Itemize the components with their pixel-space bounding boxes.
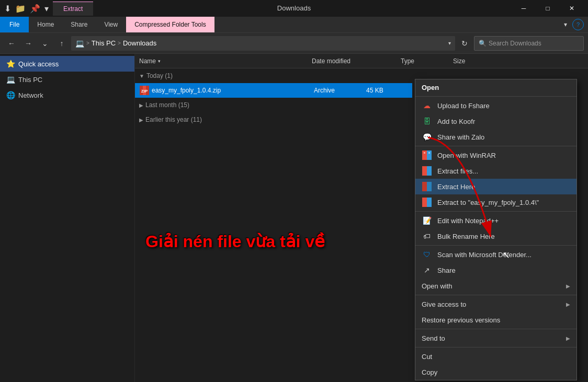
breadcrumb-downloads[interactable]: Downloads [123,39,156,47]
cm-cut[interactable]: Cut [415,349,576,364]
folder-icon[interactable]: 📁 [15,4,26,14]
breadcrumb-sep2: > [118,40,121,46]
breadcrumb-thispc-label[interactable]: This PC [92,39,116,47]
cm-extract-to[interactable]: Extract to "easy_my_fpoly_1.0.4\" [415,194,576,210]
cm-copy[interactable]: Copy [415,364,576,380]
cm-restore-versions[interactable]: Restore previous versions [415,312,576,328]
cm-bulk-rename[interactable]: 🏷 Bulk Rename Here [415,228,576,244]
cm-send-to[interactable]: Send to ▶ [415,330,576,346]
col-header-date[interactable]: Date modified [308,54,397,68]
tab-file[interactable]: File [0,17,29,32]
rename-icon: 🏷 [422,231,432,241]
fshare-icon: ☁ [422,100,432,111]
table-row[interactable]: ZIP easy_my_fpoly_1.0.4.zip Archive 45 K… [135,83,412,98]
send-to-arrow: ▶ [566,335,570,341]
recent-locations-button[interactable]: ⌄ [38,36,52,51]
extract-files-icon [422,166,432,176]
breadcrumb-sep1: > [86,40,89,46]
open-with-arrow: ▶ [566,283,570,289]
tab-extract[interactable]: Extract [53,2,93,16]
forward-button[interactable]: → [21,36,36,51]
ribbon-tabs: File Home Share View Compressed Folder T… [0,17,588,32]
window-controls: ─ □ ✕ [512,0,584,17]
cm-scan-defender[interactable]: 🛡 Scan with Microsoft Defender... [415,247,576,262]
svg-rect-5 [424,152,425,154]
tab-share[interactable]: Share [62,17,96,32]
cm-share-zalo[interactable]: 💬 Share with Zalo [415,129,576,145]
group-last-month-label: Last month (15) [145,101,189,109]
svg-rect-4 [427,151,432,160]
window-title: Downloads [277,4,311,12]
cm-sep7 [415,347,576,348]
title-bar-icons: ⬇ 📁 📌 ▾ [4,4,49,14]
search-input[interactable]: Search Downloads [489,40,541,47]
svg-rect-8 [427,166,432,176]
group-chevron-last-month: ▶ [139,102,143,108]
sidebar-item-label-network: Network [18,91,43,99]
ribbon-expand[interactable]: ▾ [559,21,572,28]
sidebar-item-network[interactable]: 🌐 Network [0,87,134,103]
cm-extract-here[interactable]: Extract Here [415,179,576,194]
this-pc-icon: 💻 [6,75,15,84]
cm-edit-notepad[interactable]: 📝 Edit with Notepad++ [415,213,576,228]
svg-text:ZIP: ZIP [141,89,148,94]
col-header-size[interactable]: Size [449,54,491,68]
pin-icon[interactable]: 📌 [30,4,40,14]
tab-compressed-folder-tools[interactable]: Compressed Folder Tools [126,17,214,32]
file-size: 45 KB [366,87,408,94]
extract-here-icon [422,181,432,192]
notepad-icon: 📝 [422,215,432,226]
group-chevron-earlier: ▶ [139,117,143,123]
breadcrumb-thispc[interactable]: 💻 [75,39,84,48]
group-chevron-today: ▼ [139,73,144,79]
svg-rect-9 [422,182,427,191]
cm-share[interactable]: ↗ Share [415,262,576,278]
back-button[interactable]: ← [4,36,19,51]
koofr-icon: 🗄 [422,116,432,126]
file-type: Archive [314,87,366,94]
cm-add-koofr[interactable]: 🗄 Add to Koofr [415,113,576,129]
tab-home[interactable]: Home [29,17,62,32]
maximize-button[interactable]: □ [536,0,560,17]
address-bar: ← → ⌄ ↑ 💻 > This PC > Downloads ▾ ↻ 🔍 Se… [0,33,588,54]
tab-view[interactable]: View [96,17,126,32]
refresh-button[interactable]: ↻ [457,36,472,51]
col-header-name[interactable]: Name ▾ [135,54,308,68]
breadcrumb[interactable]: 💻 > This PC > Downloads ▾ [71,36,455,51]
ribbon: File Home Share View Compressed Folder T… [0,17,588,33]
cm-upload-fshare[interactable]: ☁ Upload to Fshare [415,98,576,113]
context-menu: Open ☁ Upload to Fshare 🗄 Add to Koofr 💬… [415,79,577,380]
breadcrumb-dropdown[interactable]: ▾ [448,40,451,46]
svg-rect-3 [422,151,427,160]
cm-open-with[interactable]: Open with ▶ [415,278,576,294]
defender-icon: 🛡 [422,249,432,260]
group-today-label: Today (1) [146,72,173,79]
dropdown-icon[interactable]: ▾ [44,4,49,14]
save-icon[interactable]: ⬇ [4,4,11,14]
title-bar: ⬇ 📁 📌 ▾ Extract Downloads ─ □ ✕ [0,0,588,17]
search-icon: 🔍 [479,40,487,47]
search-box[interactable]: 🔍 Search Downloads [474,36,584,51]
group-earlier-label: Earlier this year (11) [145,116,202,123]
zalo-icon: 💬 [422,132,432,142]
sidebar-item-this-pc[interactable]: 💻 This PC [0,72,134,87]
sidebar-item-label-quick-access: Quick access [18,60,59,68]
up-button[interactable]: ↑ [54,36,69,51]
cm-sep6 [415,329,576,329]
close-button[interactable]: ✕ [560,0,584,17]
cm-open[interactable]: Open [415,79,576,95]
cm-sep4 [415,245,576,246]
quick-access-icon: ⭐ [6,60,15,68]
cm-extract-files[interactable]: Extract files... [415,163,576,179]
sidebar-item-quick-access[interactable]: ⭐ Quick access [0,56,134,72]
help-button[interactable]: ? [572,19,584,30]
share-icon: ↗ [422,265,432,275]
cm-give-access[interactable]: Give access to ▶ [415,296,576,312]
network-icon: 🌐 [6,91,15,99]
file-area: Name ▾ Date modified Type Size ▼ Today (… [135,54,588,382]
svg-rect-6 [428,152,430,154]
col-header-type[interactable]: Type [397,54,449,68]
sidebar: ⭐ Quick access 💻 This PC 🌐 Network [0,54,135,382]
minimize-button[interactable]: ─ [512,0,536,17]
cm-open-winrar[interactable]: Open with WinRAR [415,147,576,163]
